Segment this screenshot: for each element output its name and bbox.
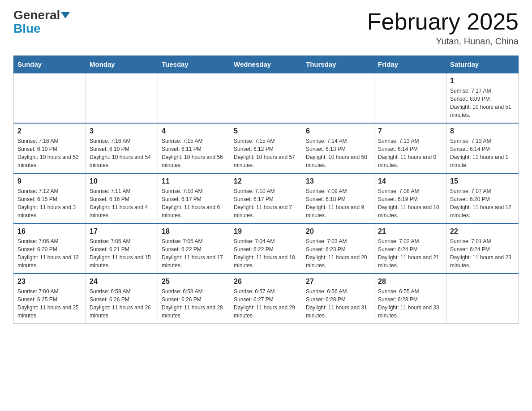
day-number: 7 <box>378 127 442 135</box>
day-info: Sunrise: 7:14 AMSunset: 6:13 PMDaylight:… <box>306 137 370 169</box>
calendar-cell: 28Sunrise: 6:55 AMSunset: 6:28 PMDayligh… <box>374 274 446 324</box>
calendar-cell: 22Sunrise: 7:01 AMSunset: 6:24 PMDayligh… <box>446 223 519 274</box>
calendar-cell: 8Sunrise: 7:13 AMSunset: 6:14 PMDaylight… <box>446 123 519 173</box>
title-section: February 2025 Yutan, Hunan, China <box>367 9 519 47</box>
day-number: 18 <box>162 227 226 235</box>
column-header-tuesday: Tuesday <box>158 56 230 73</box>
day-number: 1 <box>450 77 515 85</box>
calendar-cell: 13Sunrise: 7:09 AMSunset: 6:18 PMDayligh… <box>302 173 374 223</box>
day-number: 12 <box>234 177 298 185</box>
calendar-cell: 23Sunrise: 7:00 AMSunset: 6:25 PMDayligh… <box>14 274 86 324</box>
day-number: 28 <box>378 278 442 286</box>
day-info: Sunrise: 7:16 AMSunset: 6:10 PMDaylight:… <box>17 137 82 169</box>
day-number: 15 <box>450 177 515 185</box>
calendar-cell: 25Sunrise: 6:58 AMSunset: 6:26 PMDayligh… <box>158 274 230 324</box>
calendar-table: SundayMondayTuesdayWednesdayThursdayFrid… <box>13 56 519 324</box>
day-number: 26 <box>234 278 298 286</box>
day-number: 24 <box>90 278 154 286</box>
day-info: Sunrise: 7:13 AMSunset: 6:14 PMDaylight:… <box>378 137 442 169</box>
day-number: 9 <box>17 177 82 185</box>
calendar-cell: 21Sunrise: 7:02 AMSunset: 6:24 PMDayligh… <box>374 223 446 274</box>
day-number: 6 <box>306 127 370 135</box>
day-info: Sunrise: 6:59 AMSunset: 6:26 PMDaylight:… <box>90 287 154 320</box>
calendar-cell: 4Sunrise: 7:15 AMSunset: 6:11 PMDaylight… <box>158 123 230 173</box>
day-info: Sunrise: 7:15 AMSunset: 6:11 PMDaylight:… <box>162 137 226 169</box>
logo-arrow-icon <box>61 12 70 18</box>
calendar-cell: 5Sunrise: 7:15 AMSunset: 6:12 PMDaylight… <box>230 123 302 173</box>
calendar-cell <box>302 73 374 123</box>
calendar-cell: 7Sunrise: 7:13 AMSunset: 6:14 PMDaylight… <box>374 123 446 173</box>
calendar-week-row: 1Sunrise: 7:17 AMSunset: 6:09 PMDaylight… <box>14 73 519 123</box>
day-info: Sunrise: 7:02 AMSunset: 6:24 PMDaylight:… <box>378 237 442 270</box>
day-info: Sunrise: 7:08 AMSunset: 6:19 PMDaylight:… <box>378 187 442 219</box>
calendar-cell: 3Sunrise: 7:16 AMSunset: 6:10 PMDaylight… <box>86 123 158 173</box>
calendar-cell: 2Sunrise: 7:16 AMSunset: 6:10 PMDaylight… <box>14 123 86 173</box>
day-number: 5 <box>234 127 298 135</box>
column-header-friday: Friday <box>374 56 446 73</box>
day-info: Sunrise: 7:05 AMSunset: 6:22 PMDaylight:… <box>162 237 226 270</box>
day-info: Sunrise: 7:10 AMSunset: 6:17 PMDaylight:… <box>234 187 298 219</box>
day-number: 10 <box>90 177 154 185</box>
day-number: 11 <box>162 177 226 185</box>
calendar-cell: 14Sunrise: 7:08 AMSunset: 6:19 PMDayligh… <box>374 173 446 223</box>
day-number: 8 <box>450 127 515 135</box>
calendar-cell <box>86 73 158 123</box>
calendar-cell: 10Sunrise: 7:11 AMSunset: 6:16 PMDayligh… <box>86 173 158 223</box>
logo-blue-text: Blue <box>13 22 41 35</box>
day-number: 27 <box>306 278 370 286</box>
column-header-wednesday: Wednesday <box>230 56 302 73</box>
day-info: Sunrise: 7:10 AMSunset: 6:17 PMDaylight:… <box>162 187 226 219</box>
calendar-cell: 12Sunrise: 7:10 AMSunset: 6:17 PMDayligh… <box>230 173 302 223</box>
logo: General Blue <box>13 9 70 35</box>
calendar-cell <box>158 73 230 123</box>
calendar-cell: 20Sunrise: 7:03 AMSunset: 6:23 PMDayligh… <box>302 223 374 274</box>
page-header: General Blue February 2025 Yutan, Hunan,… <box>13 9 519 47</box>
day-info: Sunrise: 7:06 AMSunset: 6:20 PMDaylight:… <box>17 237 82 270</box>
day-number: 4 <box>162 127 226 135</box>
day-info: Sunrise: 6:55 AMSunset: 6:28 PMDaylight:… <box>378 287 442 320</box>
column-header-monday: Monday <box>86 56 158 73</box>
day-info: Sunrise: 7:01 AMSunset: 6:24 PMDaylight:… <box>450 237 515 270</box>
calendar-cell: 15Sunrise: 7:07 AMSunset: 6:20 PMDayligh… <box>446 173 519 223</box>
calendar-cell <box>230 73 302 123</box>
calendar-cell: 9Sunrise: 7:12 AMSunset: 6:15 PMDaylight… <box>14 173 86 223</box>
day-number: 13 <box>306 177 370 185</box>
day-info: Sunrise: 7:12 AMSunset: 6:15 PMDaylight:… <box>17 187 82 219</box>
day-info: Sunrise: 6:57 AMSunset: 6:27 PMDaylight:… <box>234 287 298 320</box>
day-number: 22 <box>450 227 515 235</box>
calendar-header-row: SundayMondayTuesdayWednesdayThursdayFrid… <box>14 56 519 73</box>
calendar-cell: 1Sunrise: 7:17 AMSunset: 6:09 PMDaylight… <box>446 73 519 123</box>
day-info: Sunrise: 7:13 AMSunset: 6:14 PMDaylight:… <box>450 137 515 169</box>
calendar-cell: 27Sunrise: 6:56 AMSunset: 6:28 PMDayligh… <box>302 274 374 324</box>
day-info: Sunrise: 7:11 AMSunset: 6:16 PMDaylight:… <box>90 187 154 219</box>
day-info: Sunrise: 6:56 AMSunset: 6:28 PMDaylight:… <box>306 287 370 320</box>
calendar-week-row: 2Sunrise: 7:16 AMSunset: 6:10 PMDaylight… <box>14 123 519 173</box>
calendar-subtitle: Yutan, Hunan, China <box>367 36 519 47</box>
day-info: Sunrise: 7:00 AMSunset: 6:25 PMDaylight:… <box>17 287 82 320</box>
column-header-saturday: Saturday <box>446 56 519 73</box>
calendar-cell: 17Sunrise: 7:06 AMSunset: 6:21 PMDayligh… <box>86 223 158 274</box>
day-number: 21 <box>378 227 442 235</box>
calendar-cell: 26Sunrise: 6:57 AMSunset: 6:27 PMDayligh… <box>230 274 302 324</box>
calendar-cell <box>14 73 86 123</box>
calendar-cell: 24Sunrise: 6:59 AMSunset: 6:26 PMDayligh… <box>86 274 158 324</box>
calendar-cell: 19Sunrise: 7:04 AMSunset: 6:22 PMDayligh… <box>230 223 302 274</box>
calendar-cell: 18Sunrise: 7:05 AMSunset: 6:22 PMDayligh… <box>158 223 230 274</box>
calendar-cell: 6Sunrise: 7:14 AMSunset: 6:13 PMDaylight… <box>302 123 374 173</box>
day-info: Sunrise: 7:04 AMSunset: 6:22 PMDaylight:… <box>234 237 298 270</box>
logo-general-text: General <box>13 9 70 21</box>
day-info: Sunrise: 7:06 AMSunset: 6:21 PMDaylight:… <box>90 237 154 270</box>
day-number: 19 <box>234 227 298 235</box>
day-number: 23 <box>17 278 82 286</box>
day-number: 14 <box>378 177 442 185</box>
day-number: 3 <box>90 127 154 135</box>
day-number: 25 <box>162 278 226 286</box>
calendar-week-row: 9Sunrise: 7:12 AMSunset: 6:15 PMDaylight… <box>14 173 519 223</box>
calendar-title: February 2025 <box>367 9 519 34</box>
day-info: Sunrise: 7:09 AMSunset: 6:18 PMDaylight:… <box>306 187 370 219</box>
day-info: Sunrise: 7:07 AMSunset: 6:20 PMDaylight:… <box>450 187 515 219</box>
calendar-week-row: 16Sunrise: 7:06 AMSunset: 6:20 PMDayligh… <box>14 223 519 274</box>
day-info: Sunrise: 7:17 AMSunset: 6:09 PMDaylight:… <box>450 87 515 119</box>
day-info: Sunrise: 6:58 AMSunset: 6:26 PMDaylight:… <box>162 287 226 320</box>
day-info: Sunrise: 7:16 AMSunset: 6:10 PMDaylight:… <box>90 137 154 169</box>
